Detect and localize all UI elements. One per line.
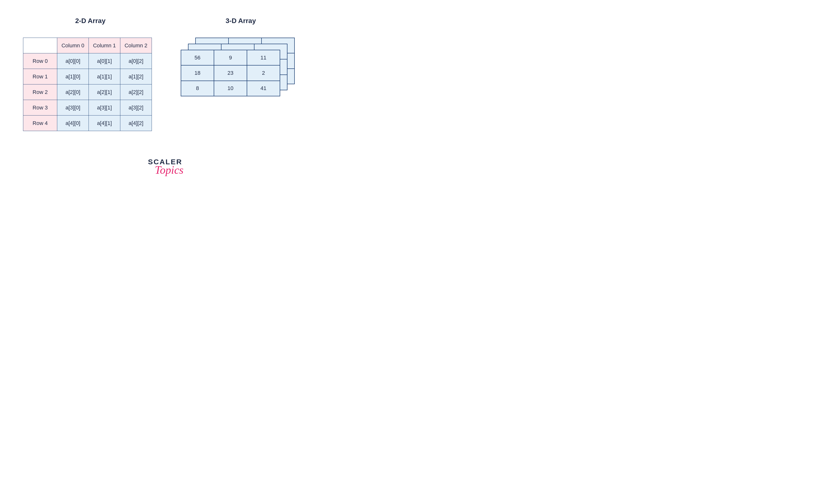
array-cell: 9 (214, 50, 247, 65)
array-cell: a[0][0] (57, 53, 89, 69)
array-cell: a[2][1] (89, 84, 120, 100)
array-cell: 41 (247, 81, 280, 96)
row-header: Row 4 (23, 116, 57, 131)
array-cell: a[4][1] (89, 116, 120, 131)
array-cell: a[3][0] (57, 100, 89, 116)
array-cell: a[2][2] (120, 84, 152, 100)
array-cell: 18 (181, 65, 214, 81)
array-cell: a[3][2] (120, 100, 152, 116)
row-header: Row 1 (23, 69, 57, 84)
array-cell: a[3][1] (89, 100, 120, 116)
diagram-canvas: 2-D Array 3-D Array Column 0 Column 1 Co… (0, 0, 374, 228)
array-cell: a[1][1] (89, 69, 120, 84)
column-header: Column 1 (89, 38, 120, 53)
array-cell: a[2][0] (57, 84, 89, 100)
array-cell: 56 (181, 50, 214, 65)
array-cell: a[0][1] (89, 53, 120, 69)
two-d-array-table: Column 0 Column 1 Column 2 Row 0 a[0][0]… (23, 38, 152, 131)
array-cell: 2 (247, 65, 280, 81)
row-header: Row 2 (23, 84, 57, 100)
array-cell: a[0][2] (120, 53, 152, 69)
column-header: Column 2 (120, 38, 152, 53)
title-3d-array: 3-D Array (226, 17, 256, 25)
row-header: Row 0 (23, 53, 57, 69)
column-header: Column 0 (57, 38, 89, 53)
array-cell: 10 (214, 81, 247, 96)
logo-line-topics: Topics (155, 163, 183, 176)
array-cell: a[1][2] (120, 69, 152, 84)
table-corner-cell (23, 38, 57, 53)
array-cell: 11 (247, 50, 280, 65)
array-cell: a[1][0] (57, 69, 89, 84)
row-header: Row 3 (23, 100, 57, 116)
array-cell: a[4][0] (57, 116, 89, 131)
title-2d-array: 2-D Array (75, 17, 105, 25)
scaler-topics-logo: SCALER Topics (148, 158, 183, 176)
three-d-layer-front: 56 9 11 18 23 2 8 10 41 (181, 50, 280, 96)
array-cell: a[4][2] (120, 116, 152, 131)
array-cell: 8 (181, 81, 214, 96)
three-d-array-stack: 56 9 11 18 23 2 8 10 41 (181, 38, 302, 101)
array-cell: 23 (214, 65, 247, 81)
